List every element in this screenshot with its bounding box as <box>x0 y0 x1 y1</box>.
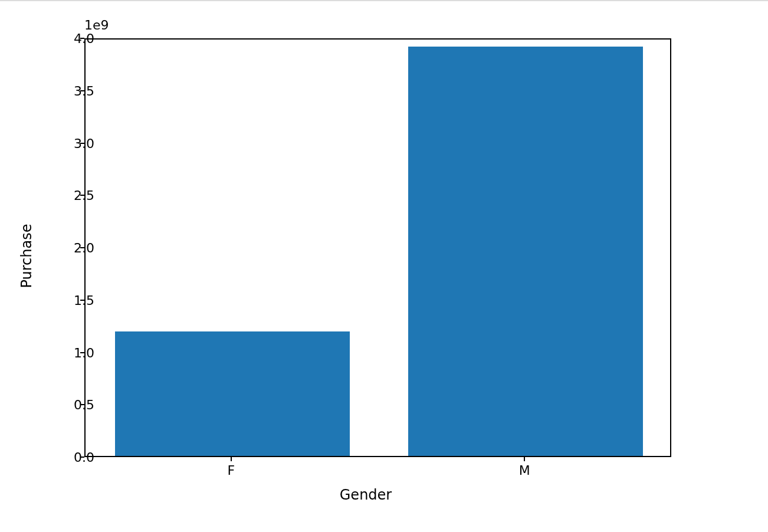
y-tick-label: 3.5 <box>65 83 94 98</box>
x-tick-mark <box>231 457 232 461</box>
x-tick-mark <box>524 457 525 461</box>
y-tick-label: 2.5 <box>65 188 94 203</box>
y-tick-label: 1.5 <box>65 293 94 307</box>
cell-top-border <box>0 0 768 1</box>
y-tick-mark <box>80 457 84 458</box>
y-tick-label: 4.0 <box>65 31 94 46</box>
y-tick-mark <box>80 195 84 196</box>
plot-area <box>84 38 671 457</box>
y-tick-label: 1.0 <box>65 345 94 360</box>
y-tick-label: 0.0 <box>65 450 94 465</box>
y-tick-mark <box>80 352 84 353</box>
y-tick-label: 0.5 <box>65 398 94 412</box>
y-tick-mark <box>80 90 84 91</box>
x-axis-label: Gender <box>340 487 392 503</box>
y-tick-mark <box>80 143 84 144</box>
x-tick-label: M <box>519 463 530 478</box>
y-tick-label: 2.0 <box>65 241 94 255</box>
y-tick-label: 3.0 <box>65 136 94 150</box>
y-tick-mark <box>80 404 84 405</box>
bar-m <box>408 47 643 456</box>
y-axis-offset-text: 1e9 <box>84 18 109 32</box>
x-tick-label: F <box>227 463 235 478</box>
bar-f <box>115 331 350 456</box>
y-tick-mark <box>80 247 84 248</box>
y-tick-mark <box>80 38 84 39</box>
chart-container: 1e9 0.00.51.01.52.02.53.03.54.0 FM Purch… <box>44 18 687 516</box>
y-axis-label: Purchase <box>18 224 35 288</box>
y-tick-mark <box>80 300 84 301</box>
